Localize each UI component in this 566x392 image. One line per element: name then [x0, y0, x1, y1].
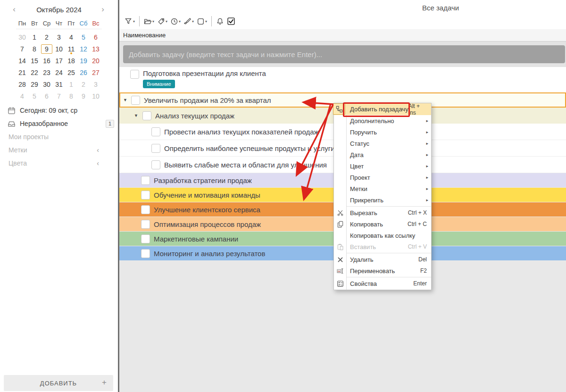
menu-item-shortcut: Enter — [413, 280, 427, 287]
rounded-square-toolbar-button[interactable]: ▾ — [195, 16, 208, 27]
menu-item-копировать[interactable]: КопироватьCtrl + C — [334, 218, 431, 230]
calendar-day[interactable]: 21 — [16, 69, 28, 76]
task-title: Маркетинговые кампании — [154, 235, 238, 243]
calendar-day[interactable]: 2 — [77, 81, 90, 88]
sidebar-item[interactable]: Сегодня: 09 окт, ср — [0, 104, 118, 117]
menu-item-вырезать[interactable]: ВырезатьCtrl + X — [334, 207, 431, 218]
calendar-day-today[interactable]: 9 — [41, 44, 53, 54]
calendar-day[interactable]: 15 — [28, 57, 41, 65]
calendar-day[interactable]: 19 — [77, 57, 90, 65]
folder-toolbar-button[interactable]: ▾ — [142, 16, 156, 27]
menu-separator — [347, 277, 431, 277]
calendar-day[interactable]: 8 — [28, 45, 41, 53]
menu-item-статус[interactable]: Статус▸ — [334, 138, 431, 149]
collapse-chevron-icon[interactable]: ‹ — [97, 159, 99, 167]
calendar-day[interactable]: 7 — [16, 45, 28, 53]
task-checkbox[interactable] — [151, 144, 160, 153]
calendar-day[interactable]: 30 — [41, 81, 53, 88]
task-checkbox[interactable] — [142, 111, 151, 120]
task-checkbox[interactable] — [141, 234, 150, 243]
calendar-day[interactable]: 1 — [65, 81, 77, 88]
calendar-day[interactable]: 5 — [28, 92, 41, 100]
menu-item-поручить[interactable]: Поручить▸ — [334, 126, 431, 138]
sidebar-item[interactable]: Цвета‹ — [0, 157, 118, 170]
task-checkbox[interactable] — [141, 249, 150, 258]
expand-triangle-icon[interactable]: ▼ — [123, 98, 131, 102]
calendar-day[interactable]: 17 — [53, 57, 65, 65]
calendar-day[interactable]: 30 — [16, 33, 28, 41]
menu-item-удалить[interactable]: УдалитьDel — [334, 254, 431, 265]
calendar-day[interactable]: 13 — [90, 45, 102, 53]
menu-item-добавить-подзадачу[interactable]: Добавить подзадачуAlt + Ins — [334, 103, 431, 115]
calendar-day[interactable]: 10 — [53, 45, 65, 53]
tag-toolbar-button[interactable]: ▾ — [156, 16, 169, 27]
filter-toolbar-button[interactable]: ▾ — [123, 16, 136, 27]
clock-toolbar-button[interactable]: ▾ — [169, 16, 182, 27]
add-task-input[interactable] — [123, 45, 565, 63]
submenu-arrow-icon: ▸ — [426, 186, 428, 191]
calendar-day[interactable]: 9 — [77, 92, 90, 100]
expand-triangle-icon[interactable]: ▼ — [134, 113, 142, 118]
menu-item-свойства[interactable]: СвойстваEnter — [334, 278, 431, 289]
sidebar-item[interactable]: Метки‹ — [0, 143, 118, 157]
menu-item-проект[interactable]: Проект▸ — [334, 172, 431, 183]
calendar-day[interactable]: 31 — [53, 81, 65, 88]
calendar-day[interactable]: 10 — [90, 92, 102, 100]
task-title: Оптимизация процессов продаж — [154, 220, 261, 228]
sidebar-item[interactable]: Неразобранное1 — [0, 117, 118, 130]
calendar-day[interactable]: 1 — [28, 33, 41, 41]
scissors-icon — [337, 209, 344, 217]
calendar-day[interactable]: 24 — [53, 69, 65, 76]
calendar-day[interactable]: 8 — [65, 92, 77, 100]
tag-icon — [157, 17, 165, 25]
menu-item-дата[interactable]: Дата▸ — [334, 149, 431, 160]
calendar-day[interactable]: 22 — [28, 69, 41, 76]
calendar-day[interactable]: 20 — [90, 57, 102, 65]
calendar-day[interactable]: 7 — [53, 92, 65, 100]
calendar-day[interactable]: 26 — [77, 69, 90, 76]
calendar-day[interactable]: 11 — [65, 45, 77, 53]
task-row[interactable]: Подготовка презентации для клиентаВниман… — [119, 67, 566, 92]
task-checkbox[interactable] — [141, 205, 150, 214]
menu-item-цвет[interactable]: Цвет▸ — [334, 160, 431, 172]
menu-item-копировать-как-ссылку[interactable]: Копировать как ссылку — [334, 230, 431, 241]
menu-item-метки[interactable]: Метки▸ — [334, 183, 431, 194]
calendar-day[interactable]: 6 — [41, 92, 53, 100]
calendar-day[interactable]: 12 — [77, 45, 90, 53]
calendar-day[interactable]: 3 — [53, 33, 65, 41]
calendar-day[interactable]: 2 — [41, 33, 53, 41]
calendar-day[interactable]: 16 — [41, 57, 53, 65]
calendar-day[interactable]: 27 — [90, 69, 102, 76]
task-checkbox[interactable] — [141, 191, 150, 200]
menu-item-переименовать[interactable]: reПереименоватьF2 — [334, 265, 431, 276]
bell-toolbar-button[interactable] — [215, 16, 225, 27]
task-checkbox[interactable] — [141, 176, 150, 185]
calendar-day[interactable]: 4 — [65, 33, 77, 41]
calendar-day[interactable]: 28 — [16, 81, 28, 88]
task-checkbox[interactable] — [141, 220, 150, 229]
task-checkbox[interactable] — [151, 160, 160, 169]
sidebar-item[interactable]: Мои проекты — [0, 130, 118, 143]
collapse-chevron-icon[interactable]: ‹ — [97, 146, 99, 154]
calendar-day[interactable]: 23 — [41, 69, 53, 76]
calendar-day[interactable]: 4 — [16, 92, 28, 100]
task-checkbox[interactable] — [131, 96, 140, 105]
task-checkbox[interactable] — [130, 70, 139, 79]
add-button[interactable]: ДОБАВИТЬ + — [4, 375, 113, 391]
menu-item-прикрепить[interactable]: Прикрепить▸ — [334, 194, 431, 206]
calendar-day[interactable]: 29 — [28, 81, 41, 88]
column-header[interactable]: Наименование — [119, 29, 566, 42]
calendar-day[interactable]: 6 — [90, 33, 102, 41]
calendar-day[interactable]: 18 — [65, 57, 77, 65]
brush-toolbar-button[interactable]: ▾ — [182, 16, 195, 27]
calendar-day[interactable]: 25 — [65, 69, 77, 76]
calendar-day[interactable]: 3 — [90, 81, 102, 88]
menu-item-label: Метки — [350, 185, 367, 192]
calendar-next-icon[interactable]: › — [99, 5, 107, 14]
calendar-day[interactable]: 5 — [77, 33, 90, 41]
menu-item-дополнительно[interactable]: Дополнительно▸ — [334, 115, 431, 126]
task-checkbox[interactable] — [151, 127, 160, 136]
sidebar-items: Сегодня: 09 окт, срНеразобранное1Мои про… — [0, 104, 118, 170]
calendar-day[interactable]: 14 — [16, 57, 28, 65]
checked-checkbox-toolbar-button[interactable] — [225, 16, 237, 27]
